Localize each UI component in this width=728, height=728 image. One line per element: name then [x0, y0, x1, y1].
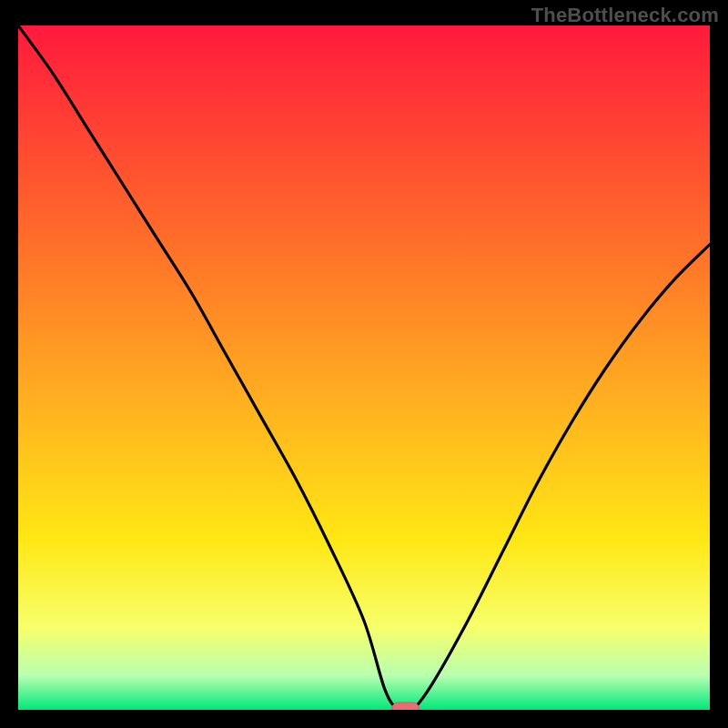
- watermark-text: TheBottleneck.com: [531, 4, 719, 27]
- chart-frame: TheBottleneck.com: [0, 0, 728, 728]
- optimal-marker: [392, 703, 420, 710]
- bottleneck-chart: [18, 25, 710, 710]
- plot-area: [18, 25, 710, 710]
